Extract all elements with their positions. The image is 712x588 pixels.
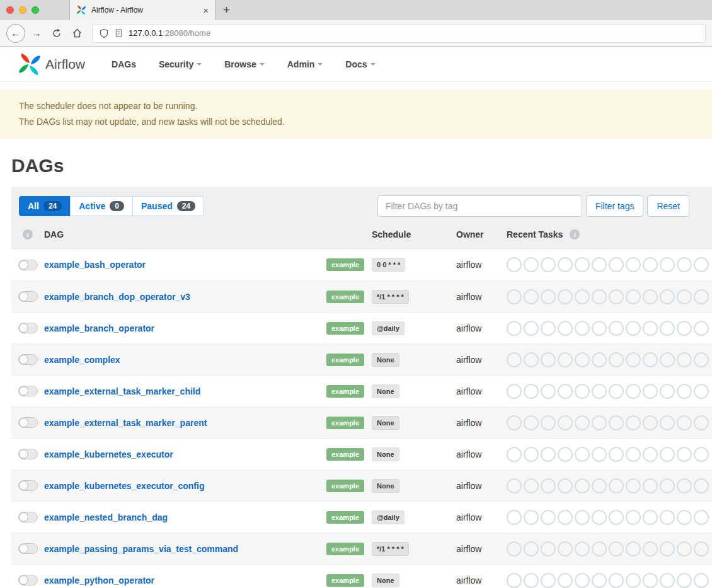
schedule-badge[interactable]: None xyxy=(372,353,399,367)
nav-item-browse[interactable]: Browse xyxy=(224,59,265,69)
close-tab-icon[interactable]: × xyxy=(203,6,209,15)
task-state-circle xyxy=(643,541,658,556)
schedule-badge[interactable]: */1 * * * * xyxy=(372,542,409,556)
schedule-badge[interactable]: @daily xyxy=(372,321,405,335)
nav-item-dags[interactable]: DAGs xyxy=(112,59,136,69)
filter-dags-by-tag-input[interactable] xyxy=(377,195,582,217)
pause-toggle[interactable] xyxy=(18,417,38,428)
pause-toggle[interactable] xyxy=(18,291,38,302)
task-state-circle xyxy=(626,321,641,336)
filter-tab-all[interactable]: All24 xyxy=(19,196,71,216)
dag-link[interactable]: example_bash_operator xyxy=(44,260,146,270)
dag-link[interactable]: example_nested_branch_dag xyxy=(44,512,168,522)
close-window-button[interactable] xyxy=(6,6,14,14)
task-state-circle xyxy=(660,573,675,588)
url-bar-input[interactable]: 127.0.0.1:28080/home xyxy=(92,24,706,43)
schedule-badge[interactable]: None xyxy=(372,384,399,398)
recent-tasks xyxy=(507,384,712,399)
nav-item-docs[interactable]: Docs xyxy=(345,59,375,69)
toggle-knob xyxy=(19,481,28,490)
pause-toggle[interactable] xyxy=(18,480,38,491)
minimize-window-button[interactable] xyxy=(19,6,26,14)
dag-tag-badge[interactable]: example xyxy=(326,385,364,398)
schedule-badge[interactable]: @daily xyxy=(372,510,405,524)
recent-tasks xyxy=(507,257,712,272)
task-state-circle xyxy=(541,573,556,588)
dag-link[interactable]: example_complex xyxy=(44,355,120,365)
browser-tab[interactable]: Airflow - Airflow × xyxy=(69,0,215,20)
new-tab-button[interactable]: + xyxy=(215,0,238,20)
airflow-brand[interactable]: Airflow xyxy=(18,52,85,76)
dag-link[interactable]: example_kubernetes_executor_config xyxy=(44,481,204,491)
task-state-circle xyxy=(558,321,573,336)
dag-link[interactable]: example_branch_dop_operator_v3 xyxy=(44,292,190,302)
task-state-circle xyxy=(507,321,522,336)
nav-item-security[interactable]: Security xyxy=(159,59,202,69)
task-state-circle xyxy=(575,352,590,367)
task-state-circle xyxy=(643,478,658,493)
task-state-circle xyxy=(575,257,590,272)
dag-tag-badge[interactable]: example xyxy=(326,480,364,492)
schedule-badge[interactable]: */1 * * * * xyxy=(372,290,409,304)
task-state-circle xyxy=(524,257,539,272)
dag-tag-badge[interactable]: example xyxy=(326,574,364,587)
pause-toggle[interactable] xyxy=(18,512,38,522)
schedule-badge[interactable]: None xyxy=(372,416,399,430)
schedule-badge[interactable]: 0 0 * * * xyxy=(372,258,405,272)
dag-tag-badge[interactable]: example xyxy=(326,322,364,335)
pause-toggle[interactable] xyxy=(18,260,38,270)
dag-tag-badge[interactable]: example xyxy=(326,543,364,555)
pause-toggle[interactable] xyxy=(18,449,38,459)
page-title: DAGs xyxy=(11,155,712,176)
filter-tab-label: All xyxy=(28,201,39,211)
task-state-circle xyxy=(541,352,556,367)
column-header-owner[interactable]: Owner xyxy=(456,229,507,239)
nav-item-admin[interactable]: Admin xyxy=(287,59,323,69)
dag-link[interactable]: example_kubernetes_executor xyxy=(44,449,173,459)
pause-toggle[interactable] xyxy=(18,543,38,554)
dag-tag-badge[interactable]: example xyxy=(326,448,364,461)
page-info-icon[interactable] xyxy=(114,28,123,38)
dag-link[interactable]: example_branch_operator xyxy=(44,323,154,333)
reset-button[interactable]: Reset xyxy=(647,195,689,217)
filter-tab-active[interactable]: Active0 xyxy=(70,196,133,216)
dag-link[interactable]: example_external_task_marker_child xyxy=(44,386,200,396)
task-state-circle xyxy=(558,510,573,525)
chevron-down-icon xyxy=(260,63,265,66)
task-state-circle xyxy=(541,541,556,556)
warning-line-1: The scheduler does not appear to be runn… xyxy=(19,98,693,114)
schedule-badge[interactable]: None xyxy=(372,479,399,493)
filter-tags-button[interactable]: Filter tags xyxy=(586,195,643,217)
column-header-recent-tasks[interactable]: Recent Tasks xyxy=(507,229,563,239)
shield-icon[interactable] xyxy=(99,28,109,38)
task-state-circle xyxy=(609,478,624,493)
dag-tag-badge[interactable]: example xyxy=(326,291,364,303)
pause-toggle[interactable] xyxy=(18,575,38,585)
dag-tag-badge[interactable]: example xyxy=(326,354,364,366)
task-state-circle xyxy=(609,541,624,556)
dag-link[interactable]: example_passing_params_via_test_command xyxy=(44,544,238,554)
zoom-window-button[interactable] xyxy=(32,6,39,14)
dag-tag-badge[interactable]: example xyxy=(326,258,364,271)
task-state-circle xyxy=(524,447,539,462)
dag-link[interactable]: example_external_task_marker_parent xyxy=(44,418,207,428)
pause-toggle[interactable] xyxy=(18,386,38,396)
home-button[interactable] xyxy=(68,25,86,42)
back-button[interactable]: ← xyxy=(6,24,25,43)
column-header-schedule[interactable]: Schedule xyxy=(372,229,456,239)
schedule-badge[interactable]: None xyxy=(372,447,399,461)
pause-toggle[interactable] xyxy=(18,354,38,365)
dag-link[interactable]: example_python_operator xyxy=(44,575,154,585)
reload-button[interactable] xyxy=(48,25,66,42)
column-header-dag[interactable]: DAG xyxy=(44,229,326,239)
dag-tag-badge[interactable]: example xyxy=(326,511,364,524)
dag-tag-badge[interactable]: example xyxy=(326,417,364,429)
owner-label: airflow xyxy=(456,386,481,396)
schedule-badge[interactable]: None xyxy=(372,574,399,587)
filter-tab-paused[interactable]: Paused24 xyxy=(132,196,204,216)
forward-button[interactable]: → xyxy=(28,25,45,42)
task-state-circle xyxy=(609,510,624,525)
pause-toggle[interactable] xyxy=(18,323,38,333)
owner-label: airflow xyxy=(456,355,481,365)
task-state-circle xyxy=(677,352,692,367)
